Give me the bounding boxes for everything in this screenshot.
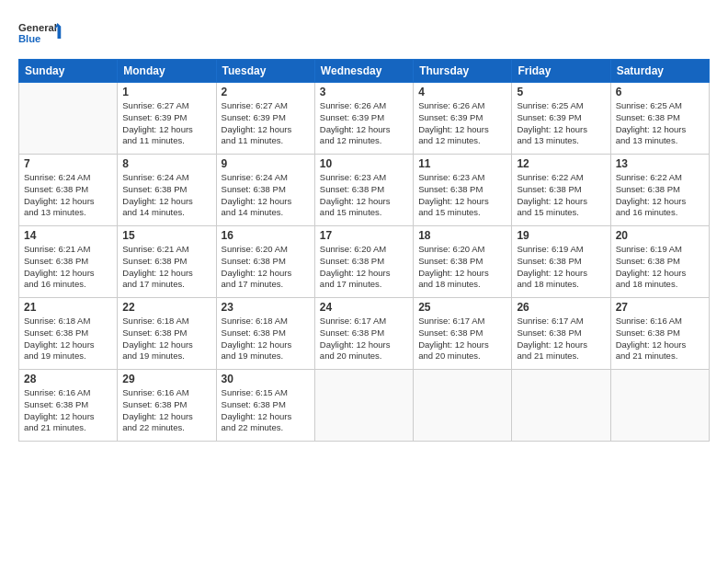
day-info: Sunrise: 6:24 AM Sunset: 6:38 PM Dayligh… [222,172,310,219]
table-cell: 17Sunrise: 6:20 AM Sunset: 6:38 PM Dayli… [314,226,413,298]
weekday-sunday: Sunday [19,60,118,83]
day-info: Sunrise: 6:22 AM Sunset: 6:38 PM Dayligh… [517,172,605,219]
day-number: 29 [122,373,210,385]
table-cell: 4Sunrise: 6:26 AM Sunset: 6:39 PM Daylig… [414,83,512,155]
day-number: 7 [24,157,112,170]
day-number: 19 [517,229,605,242]
table-cell [512,370,610,442]
day-number: 12 [517,157,605,170]
day-number: 26 [517,301,605,314]
day-info: Sunrise: 6:16 AM Sunset: 6:38 PM Dayligh… [122,387,210,434]
day-info: Sunrise: 6:20 AM Sunset: 6:38 PM Dayligh… [320,244,408,291]
table-cell: 6Sunrise: 6:25 AM Sunset: 6:38 PM Daylig… [610,83,709,155]
week-row-2: 7Sunrise: 6:24 AM Sunset: 6:38 PM Daylig… [19,155,710,226]
table-cell: 23Sunrise: 6:18 AM Sunset: 6:38 PM Dayli… [216,298,314,370]
weekday-header-row: SundayMondayTuesdayWednesdayThursdayFrid… [19,60,710,83]
day-number: 17 [320,229,408,242]
day-info: Sunrise: 6:16 AM Sunset: 6:38 PM Dayligh… [616,316,704,362]
day-number: 6 [616,86,704,98]
table-cell: 15Sunrise: 6:21 AM Sunset: 6:38 PM Dayli… [118,226,216,298]
table-cell: 27Sunrise: 6:16 AM Sunset: 6:38 PM Dayli… [610,298,709,370]
day-number: 22 [122,301,210,314]
weekday-wednesday: Wednesday [314,60,413,83]
day-number: 23 [222,301,310,314]
day-info: Sunrise: 6:19 AM Sunset: 6:38 PM Dayligh… [616,244,704,291]
day-info: Sunrise: 6:23 AM Sunset: 6:38 PM Dayligh… [320,172,408,219]
day-number: 25 [418,301,506,314]
weekday-tuesday: Tuesday [216,60,314,83]
table-cell: 21Sunrise: 6:18 AM Sunset: 6:38 PM Dayli… [19,298,118,370]
logo-svg: General Blue [18,15,64,52]
table-cell [314,370,413,442]
weekday-thursday: Thursday [414,60,512,83]
table-cell: 7Sunrise: 6:24 AM Sunset: 6:38 PM Daylig… [19,155,118,226]
table-cell: 16Sunrise: 6:20 AM Sunset: 6:38 PM Dayli… [216,226,314,298]
table-cell: 2Sunrise: 6:27 AM Sunset: 6:39 PM Daylig… [216,83,314,155]
calendar-table: SundayMondayTuesdayWednesdayThursdayFrid… [18,59,710,442]
week-row-3: 14Sunrise: 6:21 AM Sunset: 6:38 PM Dayli… [19,226,710,298]
table-cell [19,83,118,155]
day-number: 27 [616,301,704,314]
day-number: 13 [616,157,704,170]
day-info: Sunrise: 6:26 AM Sunset: 6:39 PM Dayligh… [418,100,506,147]
svg-text:Blue: Blue [18,33,40,44]
table-cell: 13Sunrise: 6:22 AM Sunset: 6:38 PM Dayli… [610,155,709,226]
day-info: Sunrise: 6:19 AM Sunset: 6:38 PM Dayligh… [517,244,605,291]
weekday-saturday: Saturday [610,60,709,83]
day-number: 21 [24,301,112,314]
day-info: Sunrise: 6:24 AM Sunset: 6:38 PM Dayligh… [24,172,112,219]
day-info: Sunrise: 6:27 AM Sunset: 6:39 PM Dayligh… [222,100,310,147]
day-info: Sunrise: 6:17 AM Sunset: 6:38 PM Dayligh… [418,316,506,362]
day-number: 24 [320,301,408,314]
day-number: 11 [418,157,506,170]
table-cell [414,370,512,442]
day-info: Sunrise: 6:22 AM Sunset: 6:38 PM Dayligh… [616,172,704,219]
weekday-friday: Friday [512,60,610,83]
table-cell: 3Sunrise: 6:26 AM Sunset: 6:39 PM Daylig… [314,83,413,155]
table-cell: 19Sunrise: 6:19 AM Sunset: 6:38 PM Dayli… [512,226,610,298]
day-info: Sunrise: 6:17 AM Sunset: 6:38 PM Dayligh… [320,316,408,362]
day-number: 15 [122,229,210,242]
table-cell: 26Sunrise: 6:17 AM Sunset: 6:38 PM Dayli… [512,298,610,370]
day-number: 10 [320,157,408,170]
day-info: Sunrise: 6:18 AM Sunset: 6:38 PM Dayligh… [24,316,112,362]
table-cell: 11Sunrise: 6:23 AM Sunset: 6:38 PM Dayli… [414,155,512,226]
day-number: 9 [222,157,310,170]
day-number: 28 [24,373,112,385]
day-number: 1 [122,86,210,98]
day-number: 18 [418,229,506,242]
day-info: Sunrise: 6:26 AM Sunset: 6:39 PM Dayligh… [320,100,408,147]
table-cell: 25Sunrise: 6:17 AM Sunset: 6:38 PM Dayli… [414,298,512,370]
table-cell: 10Sunrise: 6:23 AM Sunset: 6:38 PM Dayli… [314,155,413,226]
svg-text:General: General [18,22,57,33]
day-info: Sunrise: 6:15 AM Sunset: 6:38 PM Dayligh… [222,387,310,434]
day-info: Sunrise: 6:18 AM Sunset: 6:38 PM Dayligh… [122,316,210,362]
table-cell: 18Sunrise: 6:20 AM Sunset: 6:38 PM Dayli… [414,226,512,298]
table-cell: 14Sunrise: 6:21 AM Sunset: 6:38 PM Dayli… [19,226,118,298]
day-number: 16 [222,229,310,242]
weekday-monday: Monday [118,60,216,83]
table-cell: 24Sunrise: 6:17 AM Sunset: 6:38 PM Dayli… [314,298,413,370]
day-info: Sunrise: 6:17 AM Sunset: 6:38 PM Dayligh… [517,316,605,362]
day-info: Sunrise: 6:21 AM Sunset: 6:38 PM Dayligh… [24,244,112,291]
week-row-4: 21Sunrise: 6:18 AM Sunset: 6:38 PM Dayli… [19,298,710,370]
day-number: 8 [122,157,210,170]
day-number: 14 [24,229,112,242]
day-info: Sunrise: 6:25 AM Sunset: 6:39 PM Dayligh… [517,100,605,147]
table-cell: 30Sunrise: 6:15 AM Sunset: 6:38 PM Dayli… [216,370,314,442]
table-cell: 9Sunrise: 6:24 AM Sunset: 6:38 PM Daylig… [216,155,314,226]
day-info: Sunrise: 6:20 AM Sunset: 6:38 PM Dayligh… [222,244,310,291]
table-cell: 29Sunrise: 6:16 AM Sunset: 6:38 PM Dayli… [118,370,216,442]
table-cell: 20Sunrise: 6:19 AM Sunset: 6:38 PM Dayli… [610,226,709,298]
day-number: 2 [222,86,310,98]
table-cell: 22Sunrise: 6:18 AM Sunset: 6:38 PM Dayli… [118,298,216,370]
day-info: Sunrise: 6:16 AM Sunset: 6:38 PM Dayligh… [24,387,112,434]
page: General Blue SundayMondayTuesdayWednesda… [0,0,728,451]
day-info: Sunrise: 6:23 AM Sunset: 6:38 PM Dayligh… [418,172,506,219]
day-info: Sunrise: 6:21 AM Sunset: 6:38 PM Dayligh… [122,244,210,291]
day-number: 5 [517,86,605,98]
day-info: Sunrise: 6:20 AM Sunset: 6:38 PM Dayligh… [418,244,506,291]
day-info: Sunrise: 6:27 AM Sunset: 6:39 PM Dayligh… [122,100,210,147]
day-number: 30 [222,373,310,385]
header: General Blue [18,15,710,52]
